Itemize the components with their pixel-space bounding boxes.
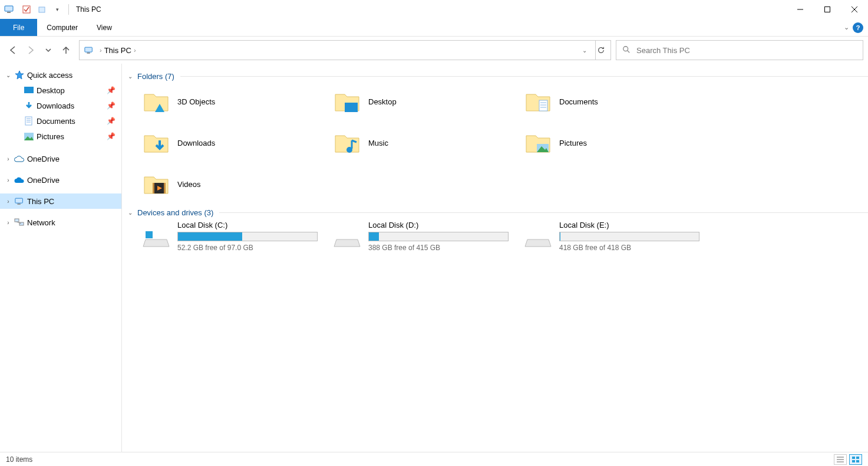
- breadcrumb-chevron-icon[interactable]: ›: [131, 47, 138, 54]
- address-bar-pc-icon: [84, 45, 95, 55]
- drive-label: Local Disk (E:): [559, 221, 699, 229]
- folder-pictures[interactable]: Pictures: [524, 126, 712, 160]
- ribbon-tab-view[interactable]: View: [87, 19, 121, 36]
- folder-icon: [333, 87, 361, 116]
- drive-icon: [333, 221, 361, 249]
- tree-pictures[interactable]: Pictures 📌: [0, 129, 121, 144]
- documents-icon: [24, 116, 34, 126]
- expand-toggle-icon[interactable]: ›: [5, 198, 12, 205]
- pin-icon[interactable]: 📌: [107, 86, 115, 94]
- titlebar-left: ▾ This PC: [4, 3, 101, 16]
- qat-properties-icon[interactable]: [20, 3, 33, 16]
- folder-downloads[interactable]: Downloads: [142, 126, 331, 160]
- svg-line-11: [628, 50, 630, 52]
- section-title: Folders (7): [137, 72, 174, 81]
- ribbon-expand-icon[interactable]: ⌄: [844, 24, 849, 31]
- help-icon[interactable]: ?: [853, 22, 863, 33]
- svg-rect-8: [85, 47, 92, 52]
- address-bar[interactable]: › This PC › ⌄: [79, 40, 596, 60]
- pin-icon[interactable]: 📌: [107, 101, 115, 110]
- drive-e[interactable]: Local Disk (E:) 418 GB free of 418 GB: [524, 221, 712, 252]
- tree-onedrive-personal[interactable]: › OneDrive: [0, 151, 121, 166]
- recent-dropdown-button[interactable]: [40, 42, 57, 58]
- tree-label: Documents: [37, 117, 75, 126]
- tree-downloads[interactable]: Downloads 📌: [0, 98, 121, 113]
- refresh-button[interactable]: [591, 40, 611, 60]
- desktop-icon: [24, 85, 34, 96]
- qat-dropdown-icon[interactable]: ▾: [51, 3, 64, 16]
- drive-icon: [142, 221, 170, 249]
- tree-label: OneDrive: [27, 176, 60, 185]
- nav-row: › This PC › ⌄: [0, 37, 868, 64]
- forward-button[interactable]: [22, 42, 39, 58]
- window-controls: [787, 0, 868, 19]
- folder-videos[interactable]: Videos: [142, 167, 331, 201]
- drive-usage-bar: [368, 232, 509, 241]
- status-bar: 10 items: [0, 452, 868, 466]
- collapse-icon[interactable]: ⌄: [128, 73, 137, 80]
- onedrive-icon: [14, 153, 25, 164]
- folder-documents[interactable]: Documents: [524, 84, 712, 119]
- search-input[interactable]: [636, 46, 857, 55]
- back-button[interactable]: [5, 42, 21, 58]
- maximize-button[interactable]: [814, 0, 841, 19]
- folder-music[interactable]: Music: [333, 126, 522, 160]
- svg-rect-21: [17, 204, 20, 205]
- folder-label: Pictures: [559, 139, 587, 147]
- section-folders-header[interactable]: ⌄ Folders (7): [128, 72, 868, 81]
- svg-rect-22: [15, 219, 19, 222]
- breadcrumb-this-pc[interactable]: This PC: [104, 46, 131, 55]
- folder-icon: [524, 129, 552, 157]
- ribbon-tabs: File Computer View ⌄ ?: [0, 19, 868, 37]
- svg-rect-14: [25, 117, 32, 125]
- drive-label: Local Disk (C:): [177, 221, 318, 229]
- pin-icon[interactable]: 📌: [107, 117, 115, 125]
- network-icon: [14, 217, 25, 228]
- minimize-button[interactable]: [787, 0, 814, 19]
- tree-onedrive[interactable]: › OneDrive: [0, 172, 121, 188]
- up-button[interactable]: [58, 42, 74, 58]
- close-button[interactable]: [841, 0, 868, 19]
- navigation-pane[interactable]: ⌄ Quick access Desktop 📌 Downloads 📌 Doc…: [0, 64, 122, 452]
- tree-quick-access[interactable]: ⌄ Quick access: [0, 67, 121, 83]
- svg-rect-3: [39, 7, 45, 12]
- collapse-icon[interactable]: ⌄: [128, 209, 137, 216]
- svg-rect-26: [345, 103, 358, 112]
- search-box[interactable]: [616, 40, 863, 60]
- ribbon-tab-computer[interactable]: Computer: [37, 19, 87, 36]
- expand-toggle-icon[interactable]: ›: [5, 177, 12, 183]
- pin-icon[interactable]: 📌: [107, 132, 115, 140]
- ribbon-tab-file[interactable]: File: [0, 19, 37, 36]
- svg-rect-1: [7, 12, 11, 13]
- drive-usage-bar: [559, 232, 699, 241]
- folder-label: Desktop: [368, 97, 397, 106]
- tree-label: OneDrive: [27, 155, 60, 163]
- tree-network[interactable]: › Network: [0, 215, 121, 230]
- drive-d[interactable]: Local Disk (D:) 388 GB free of 415 GB: [333, 221, 522, 252]
- folder-desktop[interactable]: Desktop: [333, 84, 522, 119]
- address-dropdown-icon[interactable]: ⌄: [579, 47, 590, 54]
- folder-3d-objects[interactable]: 3D Objects: [142, 84, 331, 119]
- drive-c[interactable]: Local Disk (C:) 52.2 GB free of 97.0 GB: [142, 221, 331, 252]
- section-drives-header[interactable]: ⌄ Devices and drives (3): [128, 208, 868, 217]
- svg-point-31: [346, 147, 352, 153]
- expand-toggle-icon[interactable]: ›: [5, 219, 12, 226]
- folder-icon: [142, 87, 170, 116]
- tree-label: Network: [27, 218, 55, 227]
- downloads-icon: [24, 100, 34, 111]
- folder-label: 3D Objects: [177, 97, 215, 106]
- expand-toggle-icon[interactable]: ⌄: [5, 72, 12, 78]
- svg-rect-0: [5, 6, 13, 11]
- tree-label: This PC: [27, 197, 54, 206]
- expand-toggle-icon[interactable]: ›: [5, 156, 12, 162]
- details-view-button[interactable]: [834, 454, 847, 465]
- tree-this-pc[interactable]: › This PC: [0, 193, 121, 209]
- large-icons-view-button[interactable]: [849, 454, 862, 465]
- qat-newfolder-icon[interactable]: [35, 3, 48, 16]
- title-bar: ▾ This PC: [0, 0, 868, 19]
- tree-desktop[interactable]: Desktop 📌: [0, 83, 121, 98]
- tree-documents[interactable]: Documents 📌: [0, 113, 121, 129]
- pictures-icon: [24, 131, 34, 142]
- breadcrumb-chevron-icon[interactable]: ›: [97, 47, 104, 54]
- content-pane[interactable]: ⌄ Folders (7) 3D Objects Desktop Documen…: [122, 64, 868, 452]
